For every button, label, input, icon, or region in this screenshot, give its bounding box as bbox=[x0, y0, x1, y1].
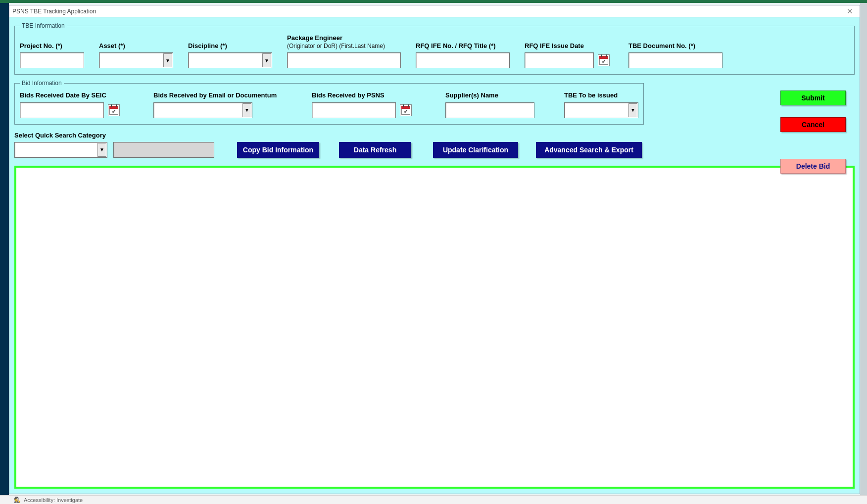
rfq-no-label: RFQ IFE No. / RFQ Title (*) bbox=[416, 42, 510, 50]
window-close-button[interactable]: ✕ bbox=[840, 5, 860, 17]
background-app-strip bbox=[0, 3, 9, 504]
quick-search-column: Select Quick Search Category ▼ bbox=[14, 132, 214, 158]
method-combobox[interactable] bbox=[153, 102, 252, 118]
bid-information-group: Bid Information Bids Received Date By SE… bbox=[14, 80, 644, 125]
bid-group-legend: Bid Information bbox=[20, 80, 64, 87]
discipline-combobox[interactable] bbox=[188, 52, 272, 68]
submit-button[interactable]: Submit bbox=[780, 91, 846, 105]
accessibility-icon: 🕵 bbox=[14, 497, 21, 503]
update-clarification-button[interactable]: Update Clarification bbox=[433, 142, 518, 158]
chevron-down-icon[interactable]: ▼ bbox=[163, 53, 172, 67]
method-label: Bids Received by Email or Documentum bbox=[153, 92, 282, 99]
background-right-strip bbox=[860, 3, 867, 495]
package-engineer-label: Package Engineer (Originator or DoR) (Fi… bbox=[287, 34, 401, 49]
tbe-information-group: TBE Information Project No. (*) Asset (*… bbox=[14, 22, 855, 75]
asset-label: Asset (*) bbox=[99, 42, 173, 50]
calendar-icon: ✔ bbox=[109, 106, 118, 115]
copy-bid-button[interactable]: Copy Bid Information bbox=[237, 142, 319, 158]
seic-date-input[interactable] bbox=[20, 102, 104, 118]
chevron-down-icon[interactable]: ▼ bbox=[97, 143, 106, 157]
tbe-issue-label: TBE To be issued bbox=[564, 92, 638, 99]
package-engineer-sublabel: (Originator or DoR) (First.Last Name) bbox=[287, 43, 385, 49]
calendar-icon: ✔ bbox=[599, 56, 608, 65]
quick-search-label: Select Quick Search Category bbox=[14, 132, 214, 139]
rfq-no-input[interactable] bbox=[416, 52, 510, 68]
side-actions: Submit Cancel Delete Bid bbox=[780, 91, 846, 174]
discipline-label: Discipline (*) bbox=[188, 42, 272, 50]
supplier-input[interactable] bbox=[445, 102, 534, 118]
quick-search-category-combobox[interactable] bbox=[14, 142, 107, 158]
rfq-date-calendar-button[interactable]: ✔ bbox=[598, 54, 610, 66]
tbe-group-legend: TBE Information bbox=[20, 22, 67, 29]
calendar-icon: ✔ bbox=[401, 106, 410, 115]
chevron-down-icon[interactable]: ▼ bbox=[262, 53, 271, 67]
tbe-doc-no-label: TBE Document No. (*) bbox=[628, 42, 722, 50]
rfq-date-label: RFQ IFE Issue Date bbox=[525, 42, 614, 50]
asset-combobox[interactable] bbox=[99, 52, 173, 68]
tbe-doc-no-input[interactable] bbox=[628, 52, 722, 68]
rfq-date-input[interactable] bbox=[525, 52, 594, 68]
project-no-label: Project No. (*) bbox=[20, 42, 84, 50]
chevron-down-icon[interactable]: ▼ bbox=[628, 103, 637, 117]
tbe-issue-combobox[interactable] bbox=[564, 102, 638, 118]
cancel-button[interactable]: Cancel bbox=[780, 117, 846, 132]
delete-bid-button[interactable]: Delete Bid bbox=[780, 159, 846, 174]
psns-date-label: Bids Received by PSNS bbox=[312, 92, 416, 99]
psns-date-calendar-button[interactable]: ✔ bbox=[400, 104, 412, 116]
chevron-down-icon[interactable]: ▼ bbox=[242, 103, 251, 117]
results-grid[interactable] bbox=[14, 166, 855, 489]
advanced-search-button[interactable]: Advanced Search & Export bbox=[536, 142, 642, 158]
accessibility-status: Accessibility: Investigate bbox=[24, 497, 83, 503]
supplier-label: Supplier(s) Name bbox=[445, 92, 534, 99]
seic-date-calendar-button[interactable]: ✔ bbox=[108, 104, 120, 116]
seic-date-label: Bids Received Date By SEIC bbox=[20, 92, 124, 99]
psns-date-input[interactable] bbox=[312, 102, 396, 118]
data-refresh-button[interactable]: Data Refresh bbox=[339, 142, 411, 158]
window-title: PSNS TBE Tracking Application bbox=[12, 8, 96, 15]
window-content: TBE Information Project No. (*) Asset (*… bbox=[9, 17, 860, 494]
search-and-actions-row: Select Quick Search Category ▼ Copy Bid … bbox=[14, 132, 855, 158]
quick-search-term-input[interactable] bbox=[113, 142, 214, 158]
main-window: PSNS TBE Tracking Application ✕ TBE Info… bbox=[9, 5, 860, 494]
statusbar: 🕵 Accessibility: Investigate bbox=[0, 495, 867, 504]
package-engineer-input[interactable] bbox=[287, 52, 401, 68]
app-top-ribbon bbox=[0, 0, 867, 3]
close-icon: ✕ bbox=[847, 7, 853, 16]
project-no-input[interactable] bbox=[20, 52, 84, 68]
titlebar: PSNS TBE Tracking Application ✕ bbox=[9, 5, 860, 17]
package-engineer-label-text: Package Engineer bbox=[287, 34, 342, 42]
